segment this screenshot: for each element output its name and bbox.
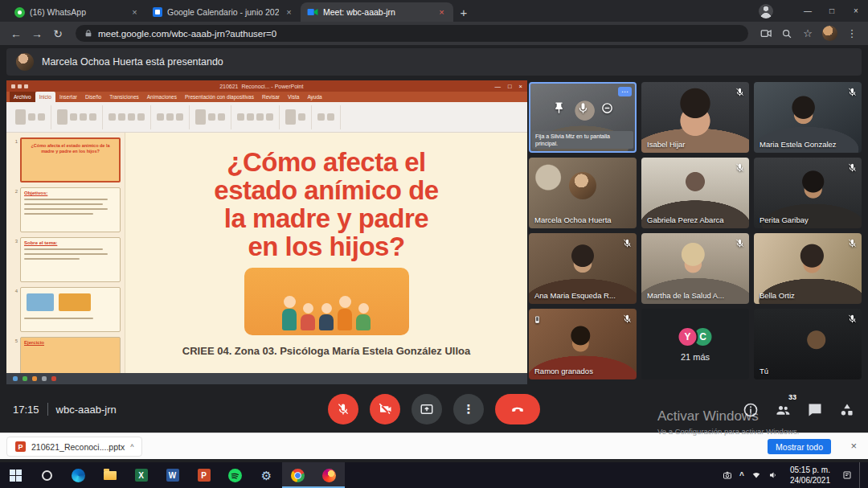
present-button[interactable] bbox=[411, 394, 442, 424]
new-tab-button[interactable]: + bbox=[453, 2, 474, 22]
participants-icon[interactable]: 33 bbox=[775, 402, 791, 418]
window-maximize-button[interactable]: □ bbox=[820, 0, 844, 22]
camera-off-button[interactable] bbox=[370, 394, 400, 424]
ppt-tab-inicio[interactable]: Inicio bbox=[35, 92, 55, 102]
ribbon-group[interactable] bbox=[10, 105, 51, 129]
taskbar-firefox[interactable] bbox=[313, 462, 345, 488]
ribbon-group[interactable] bbox=[103, 105, 151, 129]
hang-up-button[interactable] bbox=[495, 394, 540, 424]
ribbon-group[interactable] bbox=[280, 105, 312, 129]
tray-camera-icon[interactable] bbox=[723, 470, 732, 480]
tab-close-icon[interactable]: × bbox=[436, 7, 447, 17]
action-center-icon[interactable] bbox=[842, 470, 852, 480]
ppt-tab-insertar[interactable]: Insertar bbox=[55, 92, 81, 102]
taskbar-settings[interactable]: ⚙ bbox=[251, 462, 282, 488]
activities-icon[interactable] bbox=[839, 402, 855, 418]
participant-tile-self[interactable]: Tú bbox=[754, 309, 862, 379]
ribbon-group[interactable] bbox=[151, 105, 190, 129]
taskbar-word[interactable]: W bbox=[157, 462, 188, 488]
tab-meet[interactable]: Meet: wbc-aaab-jrn × bbox=[301, 2, 453, 22]
taskbar-file-explorer[interactable] bbox=[94, 462, 125, 488]
participant-tile[interactable]: Ramon granados bbox=[529, 309, 637, 379]
participant-tile[interactable]: Maria Estela Gonzalez bbox=[754, 82, 862, 153]
download-item-menu-icon[interactable]: ^ bbox=[130, 443, 133, 451]
slide-thumbnail[interactable]: 2 Objetivos: bbox=[10, 187, 121, 232]
taskbar-powerpoint[interactable]: P bbox=[188, 462, 219, 488]
slide-thumbnail[interactable]: 4 bbox=[10, 287, 121, 332]
tab-close-icon[interactable]: × bbox=[284, 7, 294, 17]
bookmark-star-icon[interactable]: ☆ bbox=[798, 24, 817, 43]
ppt-tab-revisar[interactable]: Revisar bbox=[258, 92, 284, 102]
pin-icon[interactable] bbox=[552, 101, 566, 115]
ppt-tab-animaciones[interactable]: Animaciones bbox=[143, 92, 181, 102]
window-close-button[interactable]: × bbox=[844, 0, 868, 22]
more-options-button[interactable]: ⋮ bbox=[453, 394, 484, 424]
more-options-icon[interactable]: ⋯ bbox=[618, 87, 632, 96]
slide-thumbnail[interactable]: 5 Ejercicio bbox=[10, 337, 121, 373]
ppt-slide-canvas: ¿Cómo afecta el estado anímico de la mad… bbox=[125, 133, 527, 373]
ppt-slide-panel[interactable]: 1 ¿Cómo afecta el estado anímico de la m… bbox=[6, 133, 125, 373]
browser-profile-icon[interactable] bbox=[759, 4, 773, 18]
ppt-tab-archivo[interactable]: Archivo bbox=[10, 92, 35, 102]
volume-icon[interactable] bbox=[768, 470, 778, 480]
ppt-tab-ayuda[interactable]: Ayuda bbox=[303, 92, 326, 102]
taskbar-clock[interactable]: 05:15 p. m. 24/06/2021 bbox=[785, 465, 835, 486]
thumbnail-text-line bbox=[24, 213, 93, 215]
slide-thumbnail[interactable]: 3 Sobre el tema: bbox=[10, 237, 121, 282]
search-button[interactable] bbox=[31, 462, 63, 488]
participant-tile-pinned[interactable]: ⋯ Fija a Silvia Mtz en tu pantalla princ… bbox=[529, 82, 637, 153]
profile-avatar[interactable] bbox=[822, 26, 837, 41]
mic-icon[interactable] bbox=[576, 101, 590, 115]
taskbar-edge[interactable] bbox=[63, 462, 94, 488]
participant-tile[interactable]: Ana Maria Esqueda R... bbox=[529, 233, 637, 304]
participant-tile[interactable]: Gabriela Perez Abarca bbox=[641, 158, 749, 228]
chat-icon[interactable] bbox=[807, 402, 823, 418]
participant-name: Bella Ortiz bbox=[760, 291, 795, 300]
tab-whatsapp[interactable]: (16) WhatsApp × bbox=[8, 2, 146, 22]
ppt-ribbon-commands[interactable] bbox=[6, 102, 527, 133]
taskbar-excel[interactable]: X bbox=[125, 462, 157, 488]
tab-calendar[interactable]: Google Calendario - junio 2021 × bbox=[146, 2, 301, 22]
ribbon-group[interactable] bbox=[312, 105, 341, 129]
window-minimize-button[interactable]: — bbox=[796, 0, 820, 22]
taskbar-chrome[interactable] bbox=[282, 462, 313, 488]
ppt-quick-access-toolbar[interactable] bbox=[11, 84, 28, 88]
ribbon-group[interactable] bbox=[190, 105, 231, 129]
camera-in-use-icon[interactable] bbox=[756, 24, 776, 43]
download-bar-close-icon[interactable]: × bbox=[850, 440, 857, 452]
tab-close-icon[interactable]: × bbox=[129, 7, 140, 17]
start-button[interactable] bbox=[0, 462, 31, 488]
ppt-maximize-button[interactable]: □ bbox=[508, 83, 512, 90]
remove-participant-icon[interactable] bbox=[600, 101, 614, 115]
slide-thumbnail[interactable]: 1 ¿Cómo afecta el estado anímico de la m… bbox=[10, 137, 121, 182]
download-item[interactable]: P 210621_Reconoci....pptx ^ bbox=[6, 437, 142, 457]
ppt-tab-transiciones[interactable]: Transiciones bbox=[105, 92, 143, 102]
ppt-tab-vista[interactable]: Vista bbox=[284, 92, 303, 102]
taskbar-spotify[interactable] bbox=[219, 462, 251, 488]
back-button[interactable]: ← bbox=[6, 24, 26, 43]
overflow-participants-tile[interactable]: Y C 21 más bbox=[641, 309, 749, 379]
browser-menu-icon[interactable]: ⋮ bbox=[842, 24, 862, 43]
ppt-close-button[interactable]: × bbox=[519, 83, 522, 90]
participant-tile[interactable]: Perita Garibay bbox=[754, 158, 862, 228]
mic-muted-button[interactable] bbox=[328, 394, 358, 424]
ppt-tab-diseno[interactable]: Diseño bbox=[81, 92, 105, 102]
show-all-downloads-button[interactable]: Mostrar todo bbox=[768, 439, 831, 454]
screen-share-surface[interactable]: 210621_Reconoci... - PowerPoint — □ × Ar… bbox=[6, 80, 527, 384]
forward-button[interactable]: → bbox=[27, 24, 47, 43]
ribbon-group[interactable] bbox=[231, 105, 280, 129]
ppt-minimize-button[interactable]: — bbox=[495, 83, 502, 90]
address-bar[interactable]: meet.google.com/wbc-aaab-jrn?authuser=0 bbox=[76, 25, 748, 42]
reload-button[interactable]: ↻ bbox=[48, 24, 68, 43]
participant-tile[interactable]: Marcela Ochoa Huerta bbox=[529, 158, 637, 228]
ribbon-group[interactable] bbox=[51, 105, 103, 129]
tile-hover-controls[interactable] bbox=[530, 101, 635, 115]
participant-tile[interactable]: Bella Ortiz bbox=[754, 233, 862, 304]
network-icon[interactable] bbox=[751, 470, 761, 480]
zoom-icon[interactable] bbox=[777, 24, 796, 43]
participant-tile[interactable]: Isabel Hijar bbox=[641, 82, 749, 153]
show-desktop-button[interactable] bbox=[859, 462, 863, 488]
hidden-icons-chevron[interactable]: ^ bbox=[739, 471, 744, 480]
ppt-tab-presentacion[interactable]: Presentación con diapositivas bbox=[181, 92, 258, 102]
participant-tile[interactable]: Martha de la Salud A... bbox=[641, 233, 749, 304]
